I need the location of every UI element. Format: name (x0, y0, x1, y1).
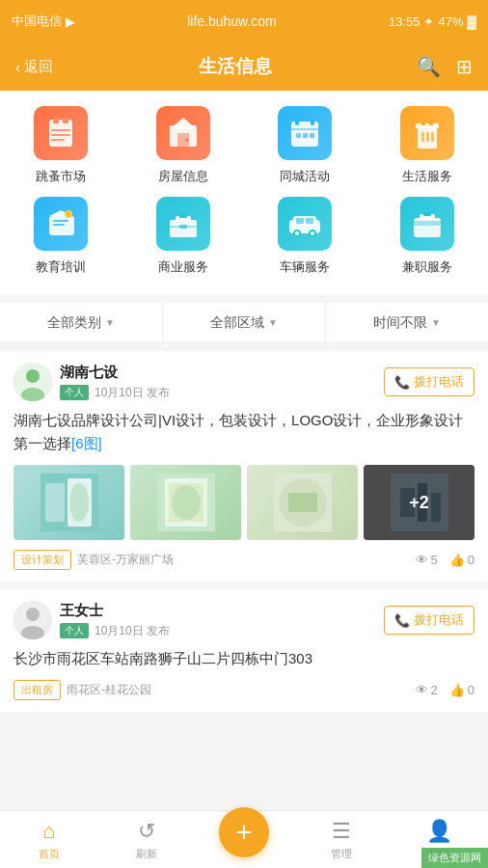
filter-category[interactable]: 全部类别 ▼ (0, 303, 163, 342)
svg-rect-26 (53, 220, 68, 222)
category-item-biz[interactable]: 商业服务 (122, 197, 245, 287)
img-more-count-1: +2 (409, 493, 429, 513)
time: 13:55 (389, 14, 420, 29)
status-bar: 中国电信 ▶ life.buhuw.com 13:55 ✦ 47% ▓ (0, 0, 488, 42)
tab-manage[interactable]: ☰ 管理 (293, 811, 391, 868)
part-label: 兼职服务 (402, 258, 452, 276)
filter-area[interactable]: 全部区域 ▼ (163, 303, 326, 342)
event-label: 同城活动 (280, 168, 330, 185)
img-thumb-1-2[interactable] (130, 465, 241, 540)
img-thumb-1-1[interactable] (14, 465, 124, 540)
tab-publish[interactable]: + (195, 811, 292, 868)
category-grid: 跳蚤市场 房屋信息 同城活动 (0, 91, 488, 295)
svg-rect-12 (311, 119, 314, 125)
stat-views-1: 👁 5 (416, 553, 438, 567)
stat-likes-1: 👍 0 (449, 553, 474, 567)
grid-icon[interactable]: ⊞ (456, 55, 473, 78)
home-icon: ⌂ (42, 819, 55, 844)
svg-rect-22 (426, 132, 429, 142)
svg-marker-7 (170, 118, 197, 129)
svg-rect-61 (288, 493, 317, 512)
svg-rect-1 (53, 118, 59, 123)
thumb-icon-2: 👍 (449, 683, 465, 697)
filter-time-arrow-icon: ▼ (431, 317, 441, 328)
svg-rect-3 (51, 129, 70, 131)
category-item-jumao[interactable]: 跳蚤市场 (0, 106, 122, 197)
battery-icon: ▓ (468, 14, 476, 29)
filter-area-label: 全部区域 (210, 314, 264, 332)
svg-rect-14 (296, 133, 301, 138)
svg-rect-52 (45, 483, 65, 522)
filter-time[interactable]: 时间不限 ▼ (326, 303, 488, 342)
watermark: 绿色资源网 (421, 848, 488, 868)
svg-rect-45 (423, 212, 431, 216)
category-item-part[interactable]: 兼职服务 (366, 197, 489, 287)
img-thumb-1-3[interactable] (247, 465, 358, 540)
call-button-2[interactable]: 📞 拨打电话 (384, 606, 474, 635)
refresh-icon: ↺ (138, 819, 155, 844)
image-count-link-1[interactable]: [6图] (71, 435, 102, 451)
life-icon (400, 106, 454, 160)
img-placeholder-1-2 (130, 465, 241, 540)
img-placeholder-1-1 (14, 465, 124, 540)
post-header-1: 湖南七设 个人 10月10日 发布 📞 拨打电话 (14, 363, 474, 401)
tab-refresh[interactable]: ↺ 刷新 (97, 811, 195, 868)
biz-icon (156, 197, 210, 251)
tab-home-label: 首页 (39, 847, 60, 861)
publish-button[interactable]: + (219, 807, 269, 857)
back-button[interactable]: ‹ 返回 (15, 58, 53, 76)
back-label: 返回 (24, 58, 53, 76)
post-card-1: 湖南七设 个人 10月10日 发布 📞 拨打电话 湖南七设品牌设计公司|VI设计… (0, 351, 488, 582)
svg-rect-46 (414, 224, 441, 226)
img-thumb-1-4[interactable]: +2 (364, 465, 474, 540)
plus-icon: + (235, 818, 253, 847)
category-item-house[interactable]: 房屋信息 (122, 106, 245, 197)
user-type-tag-2: 个人 (60, 623, 89, 638)
svg-point-9 (185, 139, 188, 142)
user-meta-1: 个人 10月10日 发布 (60, 385, 170, 401)
svg-rect-20 (429, 120, 433, 125)
tab-bar: ⌂ 首页 ↺ 刷新 + ☰ 管理 👤 我的 (0, 810, 488, 868)
svg-point-58 (172, 485, 201, 520)
post-user-1: 湖南七设 个人 10月10日 发布 (14, 363, 170, 401)
carrier: 中国电信 (12, 13, 62, 30)
post-tag-2[interactable]: 出租房 (14, 680, 61, 700)
eye-icon-1: 👁 (416, 553, 428, 567)
category-item-edu[interactable]: 教育培训 (0, 197, 122, 287)
post-content-1: 湖南七设品牌设计公司|VI设计，包装设计，LOGO设计，企业形象设计第一选择[6… (14, 409, 474, 455)
post-tags-2: 出租房 雨花区-桂花公园 (14, 680, 151, 700)
life-label: 生活服务 (402, 168, 452, 185)
post-stats-2: 👁 2 👍 0 (416, 683, 474, 697)
filter-bar: 全部类别 ▼ 全部区域 ▼ 时间不限 ▼ (0, 303, 488, 343)
svg-rect-11 (295, 119, 299, 125)
svg-rect-32 (179, 213, 187, 218)
part-icon (400, 197, 454, 251)
search-icon[interactable]: 🔍 (417, 55, 441, 78)
tab-refresh-label: 刷新 (136, 847, 157, 861)
car-label: 车辆服务 (280, 258, 330, 276)
category-item-event[interactable]: 同城活动 (244, 106, 366, 197)
views-count-1: 5 (431, 553, 438, 567)
page-title: 生活信息 (199, 54, 272, 79)
post-footer-1: 设计策划 芙蓉区-万家丽广场 👁 5 👍 0 (14, 550, 474, 570)
svg-point-40 (295, 231, 299, 235)
svg-rect-27 (53, 224, 65, 226)
avatar-1 (14, 363, 52, 401)
category-item-car[interactable]: 车辆服务 (244, 197, 366, 287)
edu-icon (34, 197, 88, 251)
svg-rect-29 (67, 211, 70, 217)
event-icon (278, 106, 332, 160)
filter-time-label: 时间不限 (373, 314, 427, 332)
user-info-1: 湖南七设 个人 10月10日 发布 (60, 364, 170, 401)
edu-label: 教育培训 (36, 258, 86, 276)
nav-actions: 🔍 ⊞ (417, 55, 473, 78)
status-url: life.buhuw.com (187, 14, 277, 29)
post-user-2: 王女士 个人 10月10日 发布 (14, 601, 170, 639)
svg-rect-0 (49, 120, 72, 147)
post-tag-1[interactable]: 设计策划 (14, 550, 71, 570)
tab-manage-label: 管理 (331, 847, 352, 861)
tab-home[interactable]: ⌂ 首页 (0, 811, 97, 868)
category-item-life[interactable]: 生活服务 (366, 106, 489, 197)
call-button-1[interactable]: 📞 拨打电话 (384, 367, 474, 396)
user-name-2: 王女士 (60, 602, 170, 620)
